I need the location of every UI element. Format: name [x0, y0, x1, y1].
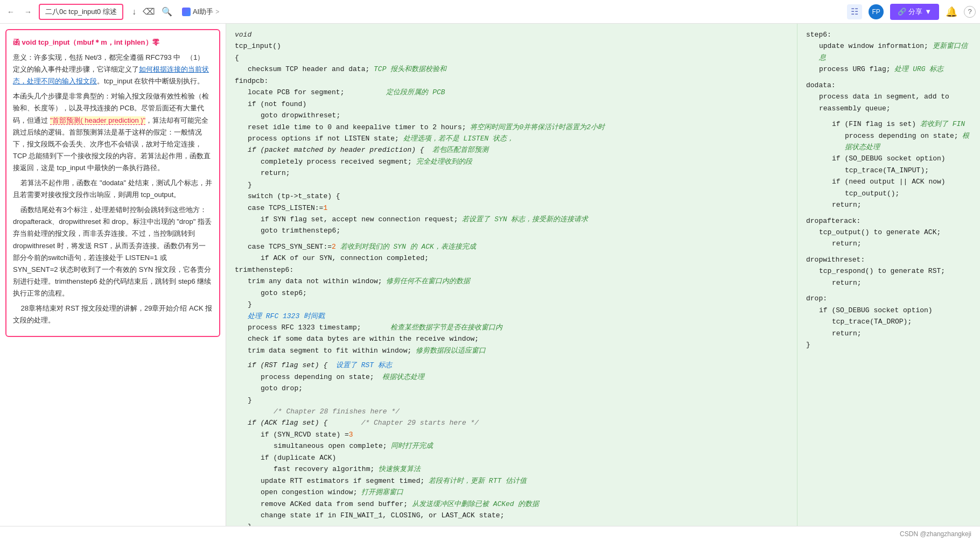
code-line — [806, 211, 971, 215]
code-line: if (ACK flag set) { /* Chapter 29 starts… — [235, 417, 788, 428]
ai-assistant-button[interactable]: AI助手 > — [177, 5, 225, 19]
code-line: update RTT estimators if segment timed; … — [235, 475, 788, 487]
code-line: if (packet matched by header prediction)… — [235, 144, 788, 156]
code-line: trim any data not within window; 修剪任何不在窗… — [235, 276, 788, 287]
download-icon[interactable]: ↓ — [132, 7, 136, 17]
code-line: trim data segment to fit within window; … — [235, 345, 788, 356]
code-line: if (need output || ACK now) — [806, 176, 971, 187]
analysis-panel: 函 void tcp_input（mbuf＊m，int iphlen）零 意义：… — [0, 24, 226, 541]
code-line: switch (tp->t_state) { — [235, 191, 788, 202]
current-tab[interactable]: 二八0c tcp_input0 综述 — [39, 4, 123, 20]
code-line: 处理 RFC 1323 时间戳 — [235, 311, 788, 322]
code-line: case TCPS_SYN_SENT:=2 若收到对我们的 SYN 的 ACK，… — [235, 241, 788, 252]
code-line: { — [235, 52, 788, 64]
code-line: if (SO_DEBUG socket option) — [806, 305, 971, 316]
code-line: if (SO_DEBUG socket option) — [806, 153, 971, 164]
code-line — [806, 75, 971, 80]
toolbar-icons: ↓ ⌫ 🔍 — [132, 6, 172, 17]
code-line — [235, 237, 788, 241]
code-line: checksum TCP header and data; TCP 报头和数据校… — [235, 64, 788, 75]
main-layout: 函 void tcp_input（mbuf＊m，int iphlen）零 意义：… — [0, 24, 980, 541]
code-line: tcp_input() — [235, 40, 788, 52]
code-line: process URG flag; 处理 URG 标志 — [806, 64, 971, 75]
code-line: if (not found) — [235, 99, 788, 110]
search-icon[interactable]: 🔍 — [162, 6, 172, 17]
code-line: tcp_output() to generate ACK; — [806, 227, 971, 238]
code-line: update window information; 更新窗口信息 — [806, 40, 971, 64]
grid-icon[interactable]: ☷ — [847, 4, 862, 19]
code-panel: void tcp_input() { checksum TCP header a… — [226, 24, 797, 541]
code-line: if (SYN_RCVD state) =3 — [235, 429, 788, 440]
code-line — [806, 114, 971, 118]
code-line: process RFC 1323 timestamp; 检查某些数据字节是否在接… — [235, 322, 788, 333]
code-line: fast recovery algorithm; 快速恢复算法 — [235, 463, 788, 475]
code-line: process data in segment, add to reassemb… — [806, 91, 971, 114]
code-line: tcp_output(); — [806, 188, 971, 199]
bookmark-icon[interactable]: ⌫ — [143, 6, 155, 17]
code-line: check if some data bytes are within the … — [235, 333, 788, 345]
code-line: if SYN flag set, accept new connection r… — [235, 214, 788, 225]
code-line — [806, 289, 971, 293]
code-line: tcp_trace(TA_INPUT); — [806, 165, 971, 176]
code-line: goto step6; — [235, 287, 788, 299]
link-state[interactable]: 如何根据连接的当前状态，处理不同的输入报文段 — [13, 65, 209, 85]
forward-button[interactable]: → — [22, 5, 34, 18]
code-line: dropafterack: — [806, 215, 971, 227]
code-line: change state if in FIN_WAIT_1, CLOSING, … — [235, 510, 788, 521]
top-bar: ← → 二八0c tcp_input0 综述 ↓ ⌫ 🔍 AI助手 > ☷ FP… — [0, 0, 980, 24]
back-button[interactable]: ← — [4, 5, 17, 18]
code-line: return; — [806, 199, 971, 210]
code-line: /* Chapter 28 finishes here */ — [235, 406, 788, 417]
code-line: } — [235, 299, 788, 310]
function-signature: 函 void tcp_input（mbuf＊m，int iphlen）零 — [13, 37, 213, 48]
user-avatar[interactable]: FP — [869, 4, 884, 19]
code-line: if (duplicate ACK) — [235, 452, 788, 463]
code-line: dodata: — [806, 80, 971, 91]
code-line — [806, 250, 971, 254]
code-line: goto drop; — [235, 383, 788, 394]
help-icon[interactable]: ? — [964, 6, 976, 18]
code-line: } — [235, 395, 788, 406]
code-line: return; — [235, 167, 788, 179]
code-line: return; — [806, 238, 971, 249]
code-line: if ACK of our SYN, connection completed; — [235, 252, 788, 264]
watermark-text: CSDN @zhangzhangkeji — [900, 530, 971, 538]
share-chevron-icon: ▼ — [925, 8, 932, 16]
code-line: void — [235, 29, 788, 40]
code-line: tcp_trace(TA_DROP); — [806, 316, 971, 327]
analysis-text-2: 本函头几个步骤是非常典型的：对输入报文段做有效性检验（检验和、长度等），以及寻找… — [13, 90, 213, 174]
code-line: trimthenstep6: — [235, 264, 788, 276]
code-line: remove ACKed data from send buffer; 从发送缓… — [235, 498, 788, 510]
code-line: } — [235, 179, 788, 191]
code-line: open congestion window; 打开拥塞窗口 — [235, 487, 788, 498]
code-line: goto dropwithreset; — [235, 110, 788, 121]
code-line: tcp_respond() to generate RST; — [806, 265, 971, 277]
tab-label: 二八0c tcp_input0 综述 — [45, 7, 117, 17]
code-line: step6: — [806, 29, 971, 40]
ai-chevron-icon: > — [215, 8, 219, 16]
code-line: reset idle time to 0 and keepalive timer… — [235, 122, 788, 133]
share-label: 分享 — [908, 7, 922, 17]
top-right-actions: ☷ FP 🔗 分享 ▼ 🔔 ? — [847, 4, 976, 20]
code-line: return; — [806, 328, 971, 339]
code-line: simultaneous open complete; 同时打开完成 — [235, 440, 788, 452]
code-line: locate PCB for segment; 定位段所属的 PCB — [235, 87, 788, 98]
code-line: case TCPS_LISTEN:=1 — [235, 202, 788, 214]
code-line: dropwithreset: — [806, 254, 971, 265]
bottom-bar: CSDN @zhangzhangkeji — [0, 526, 980, 541]
code-line: if (RST flag set) { 设置了 RST 标志 — [235, 360, 788, 371]
ai-logo — [182, 8, 191, 16]
bell-icon[interactable]: 🔔 — [946, 6, 957, 18]
code-line: process depending on state; 根据状态处理 — [806, 130, 971, 153]
code-line: goto trimthenstep6; — [235, 225, 788, 236]
analysis-text-5: 28章将结束对 RST 报文段处理的讲解，29章开始介绍 ACK 报文段的处理。 — [13, 303, 213, 326]
right-code-panel: step6: update window information; 更新窗口信息… — [797, 24, 980, 541]
code-line: drop: — [806, 293, 971, 304]
code-line: if (FIN flag is set) 若收到了 FIN — [806, 118, 971, 130]
code-line: findpcb: — [235, 75, 788, 87]
code-line: process options if not LISTEN state; 处理选… — [235, 133, 788, 144]
code-line: completely process received segment; 完全处… — [235, 156, 788, 167]
share-button[interactable]: 🔗 分享 ▼ — [890, 4, 939, 20]
analysis-text-3: 若算法不起作用，函数在 "dodata" 处结束，测试几个标志，并且若需要对接收… — [13, 177, 213, 201]
code-line: return; — [806, 277, 971, 289]
